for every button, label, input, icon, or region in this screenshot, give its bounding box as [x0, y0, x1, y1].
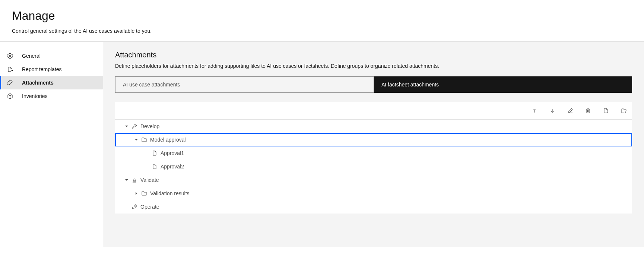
tree-node-label: Approval2: [161, 164, 184, 170]
wrench-icon: [131, 123, 137, 129]
document-icon: [152, 164, 158, 170]
section-title: Attachments: [115, 51, 632, 59]
page-subtitle: Control general settings of the AI use c…: [12, 28, 632, 34]
tab-label: AI use case attachments: [123, 82, 180, 88]
tree-node-validation-results[interactable]: Validation results: [115, 187, 632, 200]
attachment-icon: [7, 80, 13, 86]
delete-button[interactable]: [584, 107, 592, 114]
page-title: Manage: [12, 9, 632, 23]
move-down-button[interactable]: [549, 107, 556, 114]
sidebar-item-general[interactable]: General: [0, 49, 103, 63]
sidebar-item-label: Inventories: [22, 93, 47, 99]
tree-toolbar: [115, 102, 632, 120]
tree-node-model-approval[interactable]: Model approval: [115, 133, 632, 146]
caret-down-icon[interactable]: [124, 124, 129, 129]
tree-node-label: Operate: [140, 204, 159, 210]
attachments-tree-panel: Develop Model approval Approval1: [115, 102, 632, 214]
caret-right-icon[interactable]: [134, 191, 139, 196]
rocket-icon: [131, 204, 137, 210]
edit-button[interactable]: [567, 107, 574, 114]
tree-node-validate[interactable]: Validate: [115, 173, 632, 187]
tree-node-label: Approval1: [161, 150, 184, 156]
new-file-button[interactable]: [602, 107, 610, 114]
folder-icon: [141, 190, 147, 196]
section-description: Define placeholders for attachments for …: [115, 63, 632, 69]
document-export-icon: [7, 66, 13, 72]
tree-node-operate[interactable]: Operate: [115, 200, 632, 214]
tab-switcher: AI use case attachments AI factsheet att…: [115, 76, 632, 93]
sidebar-item-label: Attachments: [22, 80, 54, 86]
sidebar-item-attachments[interactable]: Attachments: [0, 76, 103, 89]
stamp-icon: [131, 177, 137, 183]
tab-factsheet-attachments[interactable]: AI factsheet attachments: [374, 76, 632, 93]
tab-use-case-attachments[interactable]: AI use case attachments: [115, 76, 374, 93]
svg-point-1: [135, 206, 136, 206]
main-content: Attachments Define placeholders for atta…: [103, 42, 644, 247]
tree-node-label: Validation results: [150, 190, 190, 196]
page-header: Manage Control general settings of the A…: [0, 0, 644, 42]
tree-node-label: Model approval: [150, 137, 186, 143]
tree-node-label: Validate: [140, 177, 159, 183]
sidebar-item-label: Report templates: [22, 66, 62, 72]
caret-down-icon[interactable]: [124, 177, 129, 183]
tree-node-approval2[interactable]: Approval2: [115, 160, 632, 173]
tree-node-develop[interactable]: Develop: [115, 120, 632, 133]
gear-icon: [7, 53, 13, 59]
inventory-icon: [7, 93, 13, 99]
attachments-tree: Develop Model approval Approval1: [115, 120, 632, 214]
tree-node-label: Develop: [140, 123, 159, 129]
svg-point-0: [9, 55, 11, 57]
tree-node-approval1[interactable]: Approval1: [115, 146, 632, 160]
caret-down-icon[interactable]: [134, 137, 139, 142]
sidebar-item-inventories[interactable]: Inventories: [0, 89, 103, 103]
sidebar-item-label: General: [22, 53, 41, 59]
move-up-button[interactable]: [531, 107, 538, 114]
sidebar: General Report templates Attachments Inv…: [0, 42, 103, 247]
folder-icon: [141, 137, 147, 143]
document-icon: [152, 150, 158, 156]
sidebar-item-report-templates[interactable]: Report templates: [0, 63, 103, 76]
tab-label: AI factsheet attachments: [381, 82, 439, 88]
new-folder-button[interactable]: [620, 107, 628, 114]
